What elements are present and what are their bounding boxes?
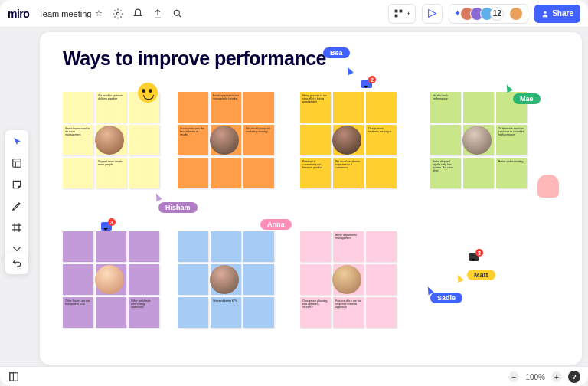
sticky-note[interactable] — [366, 158, 397, 188]
star-icon[interactable]: ☆ — [95, 8, 103, 18]
sticky-note[interactable]: Hiring process is too slow. We're losing… — [300, 92, 331, 123]
share-button[interactable]: Share — [534, 5, 580, 23]
sticky-note[interactable]: We should pump our marketing strategy — [243, 125, 274, 155]
sticky-note[interactable]: Other workloads aren't being addressed — [129, 297, 159, 328]
sticky-note[interactable]: Some teams need to do more management — [63, 125, 93, 155]
sticky-tool[interactable] — [10, 178, 24, 191]
avatar — [462, 126, 492, 155]
sticky-note[interactable] — [463, 158, 494, 188]
comment-icon[interactable]: 3 — [469, 253, 479, 261]
gear-icon[interactable] — [112, 8, 123, 19]
bell-icon[interactable] — [132, 8, 143, 19]
user-tag-hisham: Hisham — [158, 202, 198, 213]
sticky-note[interactable] — [243, 264, 274, 295]
sticky-note[interactable] — [63, 158, 93, 188]
sticky-note[interactable]: Last quarter was the best in terms of re… — [178, 125, 208, 155]
sticky-note[interactable] — [243, 297, 274, 328]
app-logo[interactable]: miro — [8, 8, 29, 20]
sticky-note[interactable] — [366, 231, 397, 262]
comment-badge: 2 — [368, 76, 376, 83]
help-button[interactable]: ? — [568, 371, 580, 383]
sticky-note[interactable] — [300, 231, 331, 262]
avatar — [509, 7, 523, 21]
sticky-note[interactable] — [129, 158, 159, 188]
sticky-note[interactable] — [178, 297, 208, 328]
sticky-note[interactable] — [211, 231, 241, 262]
sticky-note[interactable]: Hard to track performance — [430, 92, 461, 123]
present-button[interactable] — [422, 4, 443, 24]
sticky-note[interactable]: To eliminate need we can have to schedul… — [496, 125, 527, 155]
svg-point-5 — [544, 11, 547, 13]
sticky-note[interactable] — [63, 264, 93, 295]
sticky-note[interactable] — [243, 158, 274, 188]
zoom-out-button[interactable]: − — [508, 371, 519, 382]
hand-sticker[interactable] — [537, 175, 559, 198]
sticky-note[interactable]: We need to optimize delivery pipeline — [96, 92, 126, 123]
svg-point-0 — [116, 12, 119, 15]
minimap-icon[interactable] — [8, 371, 19, 382]
sticky-note[interactable]: Sales dropped significantly last quarter… — [430, 158, 461, 188]
sticky-note[interactable] — [430, 125, 461, 155]
board-title: Ways to improve performance — [63, 47, 326, 70]
avatar — [210, 126, 239, 155]
svg-rect-8 — [9, 372, 13, 381]
sticky-note[interactable]: Change our planning and operating recove… — [300, 297, 331, 328]
export-icon[interactable] — [152, 8, 163, 19]
sticky-note[interactable] — [178, 158, 208, 188]
sticky-note[interactable]: Better department management — [333, 231, 364, 262]
sticky-note[interactable] — [463, 92, 494, 123]
user-tag-mae: Mae — [513, 93, 541, 104]
sticky-note[interactable] — [300, 125, 331, 155]
sticky-note[interactable] — [366, 297, 397, 328]
collaborators-pill[interactable]: ✦ 12 — [449, 4, 528, 24]
sticky-note[interactable] — [63, 92, 93, 123]
sticky-note[interactable] — [96, 297, 126, 328]
sticky-note[interactable]: Pipeline is consistently not financed po… — [300, 158, 331, 188]
sticky-note[interactable] — [63, 231, 93, 262]
sticky-note[interactable] — [366, 264, 397, 295]
comment-icon[interactable]: 2 — [361, 80, 372, 88]
sticky-note[interactable] — [366, 92, 397, 123]
user-tag-anna: Anna — [260, 219, 292, 230]
sticky-note[interactable]: We could run shorter experiments & custo… — [333, 158, 364, 188]
sticky-note[interactable] — [96, 231, 126, 262]
apps-button[interactable]: + — [388, 4, 416, 24]
sticky-note[interactable] — [333, 92, 364, 123]
sticky-note[interactable]: Finance office are too response oriented… — [333, 297, 364, 328]
sticky-note[interactable]: We need better KPIs — [211, 297, 241, 328]
comment-badge: 3 — [475, 249, 483, 257]
board-name[interactable]: Team meeting ☆ — [38, 8, 103, 18]
sticky-note[interactable]: Break up projects into manageable chunks — [211, 92, 241, 123]
user-tag-bea: Bea — [323, 47, 350, 58]
svg-rect-3 — [400, 10, 403, 13]
sticky-note[interactable] — [178, 231, 208, 262]
comment-badge: 3 — [108, 218, 116, 226]
canvas[interactable]: Ways to improve performance We need to o… — [40, 32, 582, 365]
undo-button[interactable] — [5, 253, 28, 274]
sticky-note[interactable]: Support team needs more people — [96, 158, 126, 188]
user-tag-sadie: Sadie — [430, 293, 462, 303]
template-tool[interactable] — [10, 156, 24, 170]
sticky-note[interactable] — [178, 92, 208, 123]
sticky-note[interactable]: Design team timelines are vague — [366, 125, 397, 155]
select-tool[interactable] — [10, 135, 24, 149]
sticky-note[interactable]: Other factors are not transparent to all — [63, 297, 93, 328]
zoom-level[interactable]: 100% — [525, 373, 545, 381]
sticky-note[interactable] — [300, 264, 331, 295]
frame-tool[interactable] — [10, 221, 24, 234]
sticky-note[interactable] — [129, 231, 159, 262]
search-icon[interactable] — [172, 8, 183, 19]
sticky-note[interactable]: Better understanding — [496, 158, 527, 188]
sticky-note[interactable] — [243, 231, 274, 262]
avatar — [95, 265, 124, 294]
pen-tool[interactable] — [10, 199, 24, 213]
sticky-note[interactable] — [129, 264, 159, 295]
smiley-sticker[interactable] — [138, 83, 158, 103]
zoom-in-button[interactable]: + — [551, 371, 562, 382]
sticky-note[interactable] — [129, 125, 159, 155]
sticky-note[interactable] — [243, 92, 274, 123]
comment-icon[interactable]: 3 — [101, 222, 112, 231]
sticky-note[interactable] — [178, 264, 208, 295]
sticky-note[interactable] — [211, 158, 241, 188]
board-name-text: Team meeting — [38, 9, 91, 18]
